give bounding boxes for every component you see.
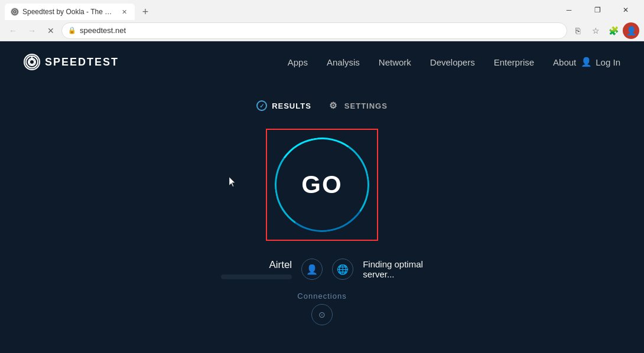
speedtest-logo-icon: [24, 54, 40, 70]
back-button[interactable]: ←: [5, 22, 21, 39]
results-tab[interactable]: ✓ RESULTS: [256, 100, 311, 111]
new-tab-button[interactable]: +: [137, 4, 154, 20]
finding-line2: server...: [363, 269, 423, 279]
window-controls: ─ ❐ ✕: [555, 2, 639, 18]
profile-button[interactable]: 👤: [623, 22, 639, 39]
site-logo: SPEEDTEST: [24, 54, 119, 70]
browser-chrome: Speedtest by Ookla - The Globa ✕ + ─ ❐ ✕…: [0, 0, 644, 41]
browser-action-buttons: ⎘ ☆ 🧩 👤: [570, 22, 639, 39]
settings-gear-icon: ⚙: [329, 100, 340, 111]
results-label: RESULTS: [272, 102, 311, 110]
tab-close-button[interactable]: ✕: [119, 7, 129, 17]
go-button[interactable]: GO: [272, 135, 372, 235]
tab-bar: Speedtest by Ookla - The Globa ✕ +: [5, 0, 154, 20]
forward-button[interactable]: →: [24, 22, 40, 39]
connections-section: Connections ⊙: [297, 292, 346, 325]
connections-icon: ⊙: [311, 304, 333, 325]
settings-label: SETTINGS: [344, 102, 388, 110]
maximize-button[interactable]: ❐: [584, 2, 611, 18]
svg-point-3: [30, 60, 34, 64]
finding-line1: Finding optimal: [363, 259, 423, 269]
settings-tab[interactable]: ⚙ SETTINGS: [329, 100, 388, 111]
active-tab[interactable]: Speedtest by Ookla - The Globa ✕: [5, 4, 135, 20]
main-area: ✓ RESULTS ⚙ SETTINGS GO Airtel 👤 🌐: [0, 83, 644, 325]
nav-analysis[interactable]: Analysis: [327, 57, 360, 67]
isp-name: Airtel: [269, 259, 292, 271]
isp-info: Airtel: [221, 259, 292, 279]
reload-button[interactable]: ✕: [43, 22, 59, 39]
nav-apps[interactable]: Apps: [288, 57, 308, 67]
nav-links: Apps Analysis Network Developers Enterpr…: [288, 57, 577, 67]
isp-signal-bar: [221, 274, 292, 279]
svg-point-1: [14, 11, 16, 13]
connections-label: Connections: [297, 292, 346, 300]
nav-developers[interactable]: Developers: [430, 57, 475, 67]
globe-icon: 🌐: [332, 259, 353, 280]
tab-favicon: [11, 8, 19, 16]
address-bar[interactable]: 🔒 speedtest.net: [61, 22, 567, 39]
login-label: Log In: [596, 57, 620, 67]
speed-tabs: ✓ RESULTS ⚙ SETTINGS: [256, 100, 388, 111]
cast-icon[interactable]: ⎘: [570, 22, 586, 39]
minimize-button[interactable]: ─: [555, 2, 583, 18]
finding-server-text: Finding optimal server...: [363, 259, 423, 279]
user-icon: 👤: [581, 57, 592, 67]
bookmark-icon[interactable]: ☆: [587, 22, 604, 39]
nav-network[interactable]: Network: [379, 57, 411, 67]
tab-title: Speedtest by Ookla - The Globa: [22, 8, 116, 16]
browser-title-bar: Speedtest by Ookla - The Globa ✕ + ─ ❐ ✕: [0, 0, 644, 20]
results-check-icon: ✓: [256, 100, 267, 111]
go-label: GO: [301, 171, 342, 199]
login-button[interactable]: 👤 Log In: [581, 57, 620, 67]
svg-point-2: [26, 56, 38, 68]
logo-text: SPEEDTEST: [45, 56, 119, 68]
nav-enterprise[interactable]: Enterprise: [494, 57, 534, 67]
extensions-icon[interactable]: 🧩: [605, 22, 622, 39]
security-lock-icon: 🔒: [68, 27, 76, 34]
site-navigation: SPEEDTEST Apps Analysis Network Develope…: [0, 41, 644, 83]
server-info: Airtel 👤 🌐 Finding optimal server...: [221, 259, 423, 280]
close-button[interactable]: ✕: [612, 2, 639, 18]
url-display: speedtest.net: [80, 26, 126, 35]
address-bar-row: ← → ✕ 🔒 speedtest.net ⎘ ☆ 🧩 👤: [0, 20, 644, 41]
isp-user-icon: 👤: [301, 259, 323, 280]
go-button-container: GO: [266, 129, 378, 241]
page-content: SPEEDTEST Apps Analysis Network Develope…: [0, 41, 644, 353]
nav-about[interactable]: About: [553, 57, 576, 67]
svg-point-0: [12, 9, 18, 15]
